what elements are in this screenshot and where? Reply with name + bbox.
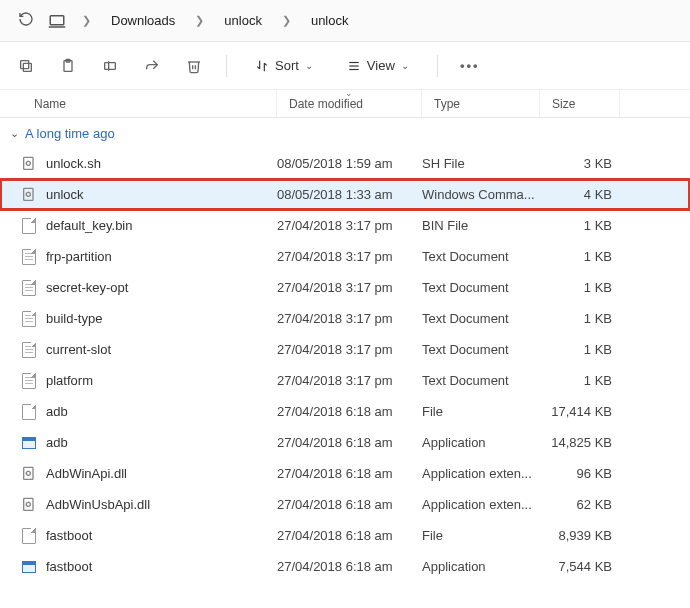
breadcrumb-item[interactable]: Downloads <box>107 11 179 30</box>
header-date-label: Date modified <box>289 97 363 111</box>
file-date: 08/05/2018 1:59 am <box>277 156 422 171</box>
file-row[interactable]: fastboot27/04/2018 6:18 amApplication7,5… <box>0 551 690 582</box>
file-row[interactable]: default_key.bin27/04/2018 3:17 pmBIN Fil… <box>0 210 690 241</box>
svg-rect-11 <box>24 157 33 169</box>
group-header[interactable]: ⌄ A long time ago <box>0 118 690 148</box>
file-icon <box>20 279 38 297</box>
chevron-down-icon: ⌄ <box>305 60 313 71</box>
file-name: adb <box>46 404 277 419</box>
svg-rect-3 <box>21 60 29 68</box>
command-toolbar: Sort ⌄ View ⌄ ••• <box>0 42 690 90</box>
file-size: 96 KB <box>540 466 612 481</box>
file-name: AdbWinApi.dll <box>46 466 277 481</box>
file-name: fastboot <box>46 559 277 574</box>
svg-point-16 <box>26 471 30 475</box>
header-date-modified[interactable]: ⌄ Date modified <box>277 90 422 117</box>
file-name: AdbWinUsbApi.dll <box>46 497 277 512</box>
breadcrumb-item[interactable]: unlock <box>220 11 266 30</box>
file-size: 1 KB <box>540 280 612 295</box>
more-icon[interactable]: ••• <box>460 56 480 76</box>
file-size: 62 KB <box>540 497 612 512</box>
file-size: 1 KB <box>540 373 612 388</box>
view-button[interactable]: View ⌄ <box>341 54 415 77</box>
file-row[interactable]: platform27/04/2018 3:17 pmText Document1… <box>0 365 690 396</box>
file-row[interactable]: adb27/04/2018 6:18 amApplication14,825 K… <box>0 427 690 458</box>
file-icon <box>20 403 38 421</box>
file-row[interactable]: unlock.sh08/05/2018 1:59 amSH File3 KB <box>0 148 690 179</box>
file-row[interactable]: AdbWinApi.dll27/04/2018 6:18 amApplicati… <box>0 458 690 489</box>
file-date: 27/04/2018 3:17 pm <box>277 249 422 264</box>
svg-rect-13 <box>24 188 33 200</box>
share-icon[interactable] <box>142 56 162 76</box>
file-size: 3 KB <box>540 156 612 171</box>
svg-point-18 <box>26 502 30 506</box>
file-date: 27/04/2018 3:17 pm <box>277 280 422 295</box>
file-name: unlock <box>46 187 277 202</box>
breadcrumb-item[interactable]: unlock <box>307 11 353 30</box>
file-type: Text Document <box>422 342 540 357</box>
sort-label: Sort <box>275 58 299 73</box>
file-type: Text Document <box>422 311 540 326</box>
file-name: frp-partition <box>46 249 277 264</box>
file-type: Text Document <box>422 249 540 264</box>
file-name: platform <box>46 373 277 388</box>
refresh-icon[interactable] <box>18 11 34 30</box>
group-label: A long time ago <box>25 126 115 141</box>
file-row[interactable]: adb27/04/2018 6:18 amFile17,414 KB <box>0 396 690 427</box>
file-date: 27/04/2018 6:18 am <box>277 528 422 543</box>
file-icon <box>20 465 38 483</box>
file-name: current-slot <box>46 342 277 357</box>
file-row[interactable]: secret-key-opt27/04/2018 3:17 pmText Doc… <box>0 272 690 303</box>
sort-icon <box>255 59 269 73</box>
file-type: Application exten... <box>422 497 540 512</box>
sort-desc-icon: ⌄ <box>345 88 353 98</box>
view-label: View <box>367 58 395 73</box>
separator <box>437 55 438 77</box>
svg-point-14 <box>26 192 30 196</box>
file-date: 27/04/2018 3:17 pm <box>277 373 422 388</box>
file-date: 27/04/2018 6:18 am <box>277 435 422 450</box>
delete-icon[interactable] <box>184 56 204 76</box>
file-icon <box>20 155 38 173</box>
file-name: unlock.sh <box>46 156 277 171</box>
chevron-down-icon: ⌄ <box>10 127 19 140</box>
view-icon <box>347 59 361 73</box>
header-type[interactable]: Type <box>422 90 540 117</box>
chevron-right-icon: ❯ <box>80 14 93 27</box>
sort-button[interactable]: Sort ⌄ <box>249 54 319 77</box>
file-size: 4 KB <box>540 187 612 202</box>
file-row[interactable]: AdbWinUsbApi.dll27/04/2018 6:18 amApplic… <box>0 489 690 520</box>
file-name: secret-key-opt <box>46 280 277 295</box>
file-name: build-type <box>46 311 277 326</box>
chevron-down-icon: ⌄ <box>401 60 409 71</box>
file-name: adb <box>46 435 277 450</box>
file-row[interactable]: frp-partition27/04/2018 3:17 pmText Docu… <box>0 241 690 272</box>
file-row[interactable]: current-slot27/04/2018 3:17 pmText Docum… <box>0 334 690 365</box>
file-size: 14,825 KB <box>540 435 612 450</box>
file-row[interactable]: unlock08/05/2018 1:33 amWindows Comma...… <box>0 179 690 210</box>
copy-icon[interactable] <box>16 56 36 76</box>
file-size: 1 KB <box>540 342 612 357</box>
file-type: Application <box>422 435 540 450</box>
device-icon[interactable] <box>48 13 66 29</box>
file-size: 7,544 KB <box>540 559 612 574</box>
separator <box>226 55 227 77</box>
file-date: 27/04/2018 6:18 am <box>277 466 422 481</box>
file-icon <box>20 496 38 514</box>
header-name[interactable]: Name <box>0 90 277 117</box>
file-icon <box>20 527 38 545</box>
file-type: BIN File <box>422 218 540 233</box>
svg-rect-2 <box>23 63 31 71</box>
rename-icon[interactable] <box>100 56 120 76</box>
file-date: 27/04/2018 6:18 am <box>277 497 422 512</box>
header-size[interactable]: Size <box>540 90 620 117</box>
file-name: fastboot <box>46 528 277 543</box>
svg-rect-17 <box>24 498 33 510</box>
paste-icon[interactable] <box>58 56 78 76</box>
file-date: 27/04/2018 3:17 pm <box>277 218 422 233</box>
file-type: Text Document <box>422 373 540 388</box>
file-row[interactable]: fastboot27/04/2018 6:18 amFile8,939 KB <box>0 520 690 551</box>
file-row[interactable]: build-type27/04/2018 3:17 pmText Documen… <box>0 303 690 334</box>
file-date: 27/04/2018 3:17 pm <box>277 311 422 326</box>
file-type: File <box>422 404 540 419</box>
